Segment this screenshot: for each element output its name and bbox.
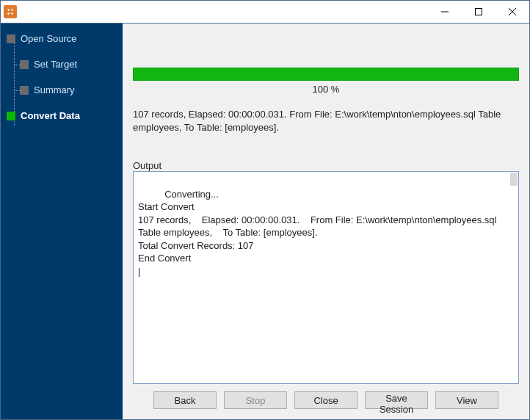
progress-percent-label: 100 %: [133, 84, 519, 95]
back-button[interactable]: Back: [153, 391, 217, 409]
minimize-button[interactable]: [428, 1, 462, 23]
button-row: Back Stop Close Save Session View: [133, 384, 519, 412]
sidebar-item-convert-data[interactable]: Convert Data: [5, 108, 118, 123]
scrollbar-thumb-icon[interactable]: [510, 173, 518, 186]
output-text: Converting... Start Convert 107 records,…: [138, 189, 499, 277]
step-indicator-icon: [7, 112, 15, 120]
output-heading: Output: [133, 160, 519, 171]
stop-button: Stop: [224, 391, 287, 409]
sidebar-item-summary[interactable]: Summary: [18, 82, 118, 98]
sidebar-item-set-target[interactable]: Set Target: [18, 57, 118, 72]
progress-section: 100 %: [133, 68, 519, 95]
window-controls: [428, 1, 529, 23]
titlebar: [1, 1, 529, 23]
step-indicator-icon: [20, 86, 29, 95]
status-text: 107 records, Elapsed: 00:00:00.031. From…: [133, 108, 519, 134]
svg-rect-0: [476, 9, 482, 15]
sidebar-item-label: Open Source: [21, 33, 77, 44]
close-window-button[interactable]: [495, 1, 529, 23]
close-button[interactable]: Close: [294, 391, 357, 409]
sidebar-item-label: Summary: [34, 84, 75, 95]
sidebar-item-open-source[interactable]: Open Source: [5, 31, 118, 46]
output-textarea[interactable]: Converting... Start Convert 107 records,…: [133, 171, 519, 384]
app-icon: [4, 5, 17, 18]
view-button[interactable]: View: [435, 391, 498, 409]
sidebar: Open Source Set Target Summary Convert D…: [1, 23, 123, 419]
app-window: Open Source Set Target Summary Convert D…: [0, 0, 530, 420]
sidebar-item-label: Set Target: [34, 59, 77, 70]
maximize-button[interactable]: [462, 1, 495, 23]
content-area: 100 % 107 records, Elapsed: 00:00:00.031…: [133, 34, 519, 384]
sidebar-item-label: Convert Data: [21, 110, 80, 121]
save-session-button[interactable]: Save Session: [365, 391, 428, 409]
progress-bar: [133, 68, 519, 81]
main-panel: 100 % 107 records, Elapsed: 00:00:00.031…: [123, 23, 529, 419]
step-indicator-icon: [20, 60, 29, 69]
step-indicator-icon: [7, 35, 15, 43]
